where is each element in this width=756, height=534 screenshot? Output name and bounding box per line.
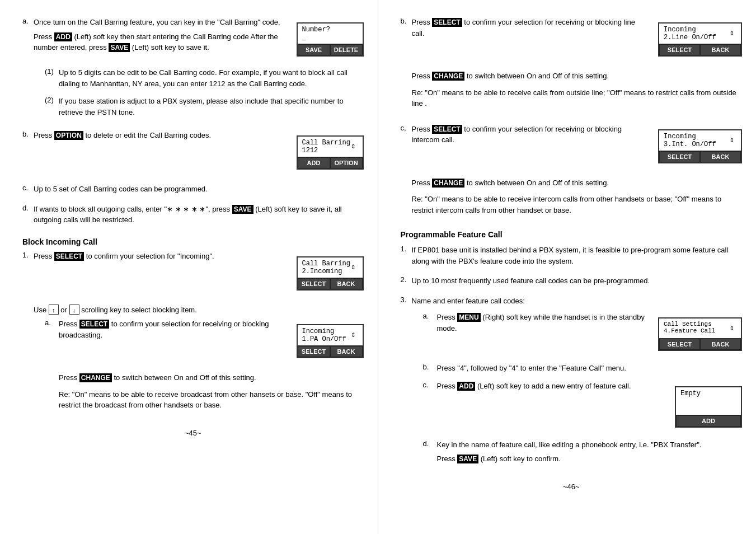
prog-item-2-content: Up to 10 most frequently used feature ca…	[412, 275, 743, 290]
sub-item-1: (1) Up to 5 digits can be edit to be Cal…	[45, 67, 364, 92]
incoming-screen: Call Barring ⇕ 2.Incoming SELECT BACK	[297, 256, 364, 291]
right-item-b-text-block: Incoming ⇕ 2.Line On/Off SELECT BACK	[412, 17, 743, 65]
item-c: c. Up to 5 set of Call Barring codes can…	[22, 184, 364, 198]
prog-item-1-content: If EP801 base unit is installed behind a…	[412, 245, 743, 270]
prog-sub-d-content: Key in the name of feature call, like ed…	[437, 439, 743, 468]
call-barring-screen-content: Call Barring ⇕ 1212	[298, 137, 363, 157]
block-sub-a-p3: Re: "On" means to be able to receive bro…	[59, 389, 364, 411]
block-item-1: 1. Call Barring ⇕ 2.Incoming	[22, 251, 364, 418]
pa-line1-wrap: Incoming ⇕	[302, 327, 358, 335]
pa-screen: Incoming ⇕ 1.PA On/Off SELECT B	[297, 324, 364, 358]
prog-sub-a-label: a.	[423, 312, 437, 359]
block-item-1-content: Call Barring ⇕ 2.Incoming SELECT BACK	[34, 251, 364, 418]
right-item-c-p2: Press CHANGE to switch between On and Of…	[412, 177, 743, 189]
pa-screen-buttons: SELECT BACK	[298, 346, 363, 357]
block-item-1-scroll-text: Use ↑ or ↓ scrolling key to select block…	[34, 305, 364, 316]
delete-btn-display: DELETE	[330, 44, 363, 55]
prog-item-3-label: 3.	[401, 296, 412, 471]
right-item-b-label: b.	[401, 17, 412, 113]
prog-sub-b-content: Press "4", followed by "4" to enter the …	[437, 363, 743, 377]
scroll-arrow-2: ⇕	[351, 262, 355, 271]
item-b-content: Call Barring ⇕ 1212 ADD OPTION Press OPT…	[34, 130, 364, 178]
line-onoff-line1-wrap: Incoming ⇕	[664, 26, 736, 34]
prog-sub-d-label: d.	[423, 439, 437, 468]
scroll-arrow-3: ⇕	[351, 330, 355, 339]
item-a-text-block: Number? _ SAVE DELETE Once turn on the C…	[34, 17, 364, 65]
back-btn-line: BACK	[700, 44, 741, 55]
right-item-b-p2: Press CHANGE to switch between On and Of…	[412, 71, 743, 82]
int-onoff-line1-wrap: Incoming ⇕	[664, 133, 736, 140]
line-onoff-screen: Incoming ⇕ 2.Line On/Off SELECT BACK	[658, 22, 742, 57]
cs-screen-buttons: SELECT BACK	[659, 339, 741, 350]
item-c-label: c.	[22, 184, 34, 198]
item-b: b. Call Barring ⇕ 1212 ADD	[22, 130, 364, 178]
select-btn-cs: SELECT	[659, 339, 700, 350]
item-d-content: If wants to block all outgoing calls, en…	[34, 204, 364, 229]
empty-screen-content: Empty	[676, 387, 741, 415]
right-item-c-content: Incoming ⇕ 3.Int. On/Off SELECT BACK	[412, 124, 743, 219]
right-item-c-label: c,	[401, 124, 412, 219]
prog-sub-c-content: Empty ADD	[437, 381, 743, 436]
number-screen: Number? _ SAVE DELETE	[297, 22, 364, 57]
prog-item-1: 1. If EP801 base unit is installed behin…	[401, 245, 743, 270]
call-barring-screen: Call Barring ⇕ 1212 ADD OPTION	[297, 135, 364, 170]
save-highlight-d: SAVE	[232, 205, 253, 214]
add-highlight-c: ADD	[457, 382, 475, 391]
prog-sub-d-p2: Press SAVE (Left) soft key to confirm.	[437, 453, 743, 465]
select-btn-pa: SELECT	[298, 346, 330, 357]
pa-screen-content: Incoming ⇕ 1.PA On/Off	[298, 325, 363, 346]
incoming-screen-content: Call Barring ⇕ 2.Incoming	[298, 257, 363, 278]
left-column: a. Number? _ SAVE DELETE	[0, 0, 378, 534]
prog-sub-d-p1: Key in the name of feature call, like ed…	[437, 439, 743, 451]
prog-sub-b-label: b.	[423, 363, 437, 377]
prog-sub-a-text-block: Call Settings ⇕ 4.Feature Call SELECT	[437, 312, 743, 359]
item-b-label: b.	[22, 130, 34, 178]
item-c-content: Up to 5 set of Call Barring codes can be…	[34, 184, 364, 198]
block-incoming-title: Block Incoming Call	[22, 237, 364, 246]
device-empty: Empty ADD	[675, 381, 742, 433]
add-highlight: ADD	[54, 32, 72, 41]
device-call-settings: Call Settings ⇕ 4.Feature Call SELECT	[658, 312, 742, 357]
scroll-key-down: ↓	[69, 305, 79, 315]
empty-screen-buttons: ADD	[676, 415, 741, 427]
sub-item-1-label: (1)	[45, 67, 59, 92]
select-btn-int: SELECT	[659, 151, 700, 162]
incoming-screen-buttons: SELECT BACK	[298, 278, 363, 289]
select-highlight-2: SELECT	[79, 320, 109, 329]
save-highlight: SAVE	[109, 43, 130, 52]
call-settings-screen: Call Settings ⇕ 4.Feature Call SELECT	[658, 317, 742, 351]
item-d-label: d.	[22, 204, 34, 229]
back-btn-cs: BACK	[700, 339, 741, 350]
device-line-onoff: Incoming ⇕ 2.Line On/Off SELECT BACK	[658, 17, 742, 62]
block-item-1-label: 1.	[22, 251, 34, 418]
right-item-b: b. Incoming ⇕ 2.Line On/Off	[401, 17, 743, 113]
prog-sub-c-label: c.	[423, 381, 437, 436]
block-sub-a-label: a.	[45, 318, 59, 414]
select-highlight-4: SELECT	[432, 125, 462, 134]
device-pa: Incoming ⇕ 1.PA On/Off SELECT B	[297, 318, 364, 364]
block-sub-a-text-block: Incoming ⇕ 1.PA On/Off SELECT B	[59, 318, 364, 367]
add-btn-display: ADD	[298, 157, 330, 168]
empty-screen: Empty ADD	[675, 386, 742, 428]
prog-feature-title: Programmable Feature Call	[401, 230, 743, 239]
device-call-barring: Call Barring ⇕ 1212 ADD OPTION	[297, 130, 364, 175]
select-highlight-1: SELECT	[54, 252, 84, 261]
scroll-arrow-6: ⇕	[730, 323, 734, 332]
add-btn-empty: ADD	[676, 415, 741, 427]
device-number-input: Number? _ SAVE DELETE	[297, 17, 364, 62]
change-highlight-1: CHANGE	[79, 373, 112, 382]
save-highlight-d2: SAVE	[457, 455, 478, 463]
select-btn-line: SELECT	[659, 44, 700, 55]
block-incoming-section: Block Incoming Call 1. Call Barring	[22, 237, 364, 418]
prog-feature-section: Programmable Feature Call 1. If EP801 ba…	[401, 230, 743, 471]
sub-item-2-text: If you base station is adjuct to a PBX s…	[59, 96, 364, 121]
prog-sub-a-content: Call Settings ⇕ 4.Feature Call SELECT	[437, 312, 743, 359]
item-a-content: Number? _ SAVE DELETE Once turn on the C…	[34, 17, 364, 124]
prog-item-2: 2. Up to 10 most frequently used feature…	[401, 275, 743, 290]
line-onoff-buttons: SELECT BACK	[659, 44, 741, 55]
cb-line1-wrap: Call Barring ⇕	[302, 139, 358, 147]
block-sub-a-content: Incoming ⇕ 1.PA On/Off SELECT B	[59, 318, 364, 414]
menu-highlight: MENU	[457, 313, 480, 322]
right-item-b-content: Incoming ⇕ 2.Line On/Off SELECT BACK	[412, 17, 743, 113]
prog-item-3-content: Name and enter feature call codes: a.	[412, 296, 743, 471]
